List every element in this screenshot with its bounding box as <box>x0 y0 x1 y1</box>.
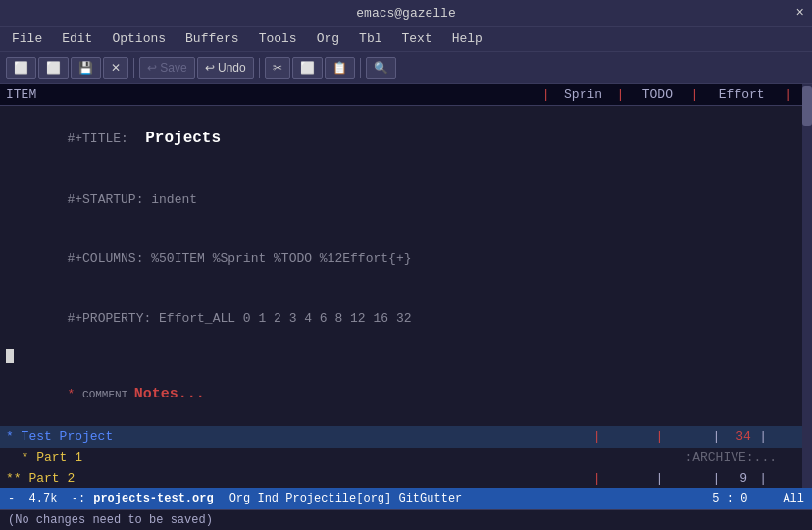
status-bar: - 4.7k -: projects-test.org Org Ind Proj… <box>0 488 812 509</box>
minibuffer-text: (No changes need to be saved) <box>8 513 213 527</box>
title-bar: emacs@gazelle × <box>0 0 812 26</box>
window-close-button[interactable]: × <box>796 5 804 21</box>
copy-btn[interactable]: ⬜ <box>292 57 323 79</box>
sep3 <box>360 58 361 78</box>
menu-help[interactable]: Help <box>444 29 490 48</box>
save-file-btn[interactable]: 💾 <box>71 57 101 79</box>
status-mode: Org Ind Projectile[org] GitGutter <box>229 492 463 505</box>
window-title: emacs@gazelle <box>356 6 455 21</box>
open-file-btn[interactable]: ⬜ <box>38 57 69 79</box>
menu-buffers[interactable]: Buffers <box>178 29 247 48</box>
line-comment: * COMMENT Notes... <box>0 364 802 427</box>
pipe2: | <box>613 87 629 102</box>
cut-btn[interactable]: ✂ <box>265 57 290 79</box>
pipe3: | <box>686 87 702 102</box>
text-cursor <box>6 349 14 363</box>
save-action-btn[interactable]: ↩ Save <box>139 57 195 79</box>
menu-tbl[interactable]: Tbl <box>351 29 389 48</box>
col-item-header: ITEM <box>6 87 538 102</box>
status-file-info: - 4.7k -: <box>8 492 85 505</box>
undo-btn[interactable]: ↩ Undo <box>197 57 254 79</box>
paste-btn[interactable]: 📋 <box>325 57 355 79</box>
editor-container: ITEM | Sprin | TODO | Effort | #+TITLE: … <box>0 84 812 488</box>
col-sprint-header: Sprin <box>554 87 613 102</box>
menu-options[interactable]: Options <box>104 29 174 48</box>
menu-tools[interactable]: Tools <box>251 29 305 48</box>
line-property: #+PROPERTY: Effort_ALL 0 1 2 3 4 6 8 12 … <box>0 289 802 348</box>
menu-edit[interactable]: Edit <box>54 29 100 48</box>
scrollbar-thumb[interactable] <box>802 86 812 126</box>
menu-text[interactable]: Text <box>393 29 439 48</box>
line-startup: #+STARTUP: indent <box>0 170 802 230</box>
sep1 <box>133 58 134 78</box>
col-effort-header: Effort <box>702 87 781 102</box>
menu-bar: File Edit Options Buffers Tools Org Tbl … <box>0 26 812 51</box>
menu-org[interactable]: Org <box>309 29 347 48</box>
new-buffer-btn[interactable]: ⬜ <box>6 57 36 79</box>
editor[interactable]: ITEM | Sprin | TODO | Effort | #+TITLE: … <box>0 84 802 488</box>
status-filename: projects-test.org <box>93 492 213 505</box>
sep2 <box>259 58 260 78</box>
line-title: #+TITLE: Projects <box>0 106 802 170</box>
line-test-project: * Test Project | | | 34 | <box>0 426 802 448</box>
scrollbar[interactable] <box>802 84 812 488</box>
table-header: ITEM | Sprin | TODO | Effort | <box>0 84 802 106</box>
status-position: 5 : 0 All <box>712 492 804 505</box>
line-columns: #+COLUMNS: %50ITEM %Sprint %TODO %12Effo… <box>0 230 802 290</box>
menu-file[interactable]: File <box>4 29 50 48</box>
search-btn[interactable]: 🔍 <box>366 57 396 79</box>
minibuffer: (No changes need to be saved) <box>0 509 812 530</box>
pipe4: | <box>781 87 796 102</box>
line-part1: * Part 1 :ARCHIVE:... <box>0 448 802 469</box>
toolbar: ⬜ ⬜ 💾 ✕ ↩ Save ↩ Undo ✂ ⬜ 📋 🔍 <box>0 51 812 84</box>
line-cursor <box>0 348 802 364</box>
line-part2: ** Part 2 | | | 9 | <box>0 468 802 488</box>
pipe1: | <box>538 87 554 102</box>
col-todo-header: TODO <box>628 87 686 102</box>
close-buffer-btn[interactable]: ✕ <box>103 57 128 79</box>
